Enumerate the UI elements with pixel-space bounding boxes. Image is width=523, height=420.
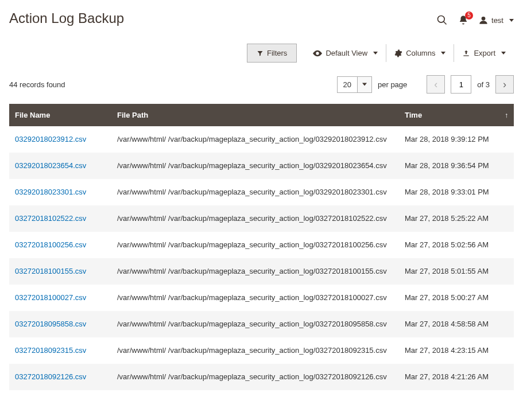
time-cell: Mar 28, 2018 9:33:01 PM	[399, 179, 514, 205]
export-label: Export	[474, 49, 495, 57]
table-row: 03272018100155.csv/var/www/html/ /var/ba…	[9, 258, 514, 285]
file-path-cell: /var/www/html/ /var/backup/mageplaza_sec…	[111, 179, 399, 205]
file-path-cell: /var/www/html/ /var/backup/mageplaza_sec…	[111, 285, 399, 311]
table-row: 03272018100256.csv/var/www/html/ /var/ba…	[9, 232, 514, 258]
backup-table: File Name File Path Time ↑ 0329201802391…	[9, 104, 514, 390]
col-time[interactable]: Time ↑	[399, 104, 514, 126]
search-icon[interactable]	[436, 14, 448, 26]
table-row: 03272018100027.csv/var/www/html/ /var/ba…	[9, 285, 514, 311]
file-path-cell: /var/www/html/ /var/backup/mageplaza_sec…	[111, 364, 399, 390]
col-time-label: Time	[405, 111, 422, 119]
table-row: 03292018023654.csv/var/www/html/ /var/ba…	[9, 153, 514, 179]
per-page-select[interactable]: 20	[337, 76, 372, 93]
filter-icon	[257, 50, 264, 57]
svg-point-0	[438, 16, 445, 23]
time-cell: Mar 27, 2018 4:58:58 AM	[399, 311, 514, 337]
notifications-badge: 5	[465, 11, 473, 20]
file-name-link[interactable]: 03272018092126.csv	[15, 372, 86, 381]
next-page-button[interactable]: ›	[495, 75, 514, 94]
table-row: 03272018092315.csv/var/www/html/ /var/ba…	[9, 337, 514, 364]
table-row: 03272018095858.csv/var/www/html/ /var/ba…	[9, 311, 514, 337]
file-path-cell: /var/www/html/ /var/backup/mageplaza_sec…	[111, 337, 399, 364]
table-row: 03292018023301.csv/var/www/html/ /var/ba…	[9, 179, 514, 205]
file-name-link[interactable]: 03292018023301.csv	[15, 188, 86, 196]
file-name-link[interactable]: 03272018100256.csv	[15, 240, 86, 249]
file-path-cell: /var/www/html/ /var/backup/mageplaza_sec…	[111, 232, 399, 258]
file-path-cell: /var/www/html/ /var/backup/mageplaza_sec…	[111, 126, 399, 153]
per-page-dropdown-button[interactable]	[358, 76, 372, 93]
file-name-link[interactable]: 03292018023912.csv	[15, 135, 86, 143]
filters-button[interactable]: Filters	[247, 44, 297, 63]
chevron-left-icon: ‹	[434, 79, 437, 91]
notifications-button[interactable]: 5	[458, 15, 468, 25]
time-cell: Mar 27, 2018 5:02:56 AM	[399, 232, 514, 258]
default-view-button[interactable]: Default View	[305, 44, 386, 62]
svg-line-1	[444, 22, 447, 25]
table-row: 03272018092126.csv/var/www/html/ /var/ba…	[9, 364, 514, 390]
table-row: 03292018023912.csv/var/www/html/ /var/ba…	[9, 126, 514, 153]
time-cell: Mar 27, 2018 4:23:15 AM	[399, 337, 514, 364]
file-name-link[interactable]: 03272018092315.csv	[15, 346, 86, 355]
page-title: Action Log Backup	[9, 10, 124, 26]
filters-label: Filters	[267, 49, 287, 57]
total-pages-label: of 3	[477, 80, 490, 89]
records-found: 44 records found	[9, 80, 65, 89]
time-cell: Mar 28, 2018 9:36:54 PM	[399, 153, 514, 179]
chevron-down-icon	[362, 83, 367, 86]
username-label: test	[491, 16, 503, 25]
time-cell: Mar 27, 2018 4:21:26 AM	[399, 364, 514, 390]
file-name-link[interactable]: 03272018102522.csv	[15, 214, 86, 223]
eye-icon	[313, 50, 322, 57]
file-name-link[interactable]: 03292018023654.csv	[15, 161, 86, 170]
default-view-label: Default View	[326, 49, 367, 57]
col-file-name[interactable]: File Name	[9, 104, 111, 126]
file-path-cell: /var/www/html/ /var/backup/mageplaza_sec…	[111, 153, 399, 179]
per-page-value: 20	[337, 76, 358, 93]
table-row: 03272018102522.csv/var/www/html/ /var/ba…	[9, 205, 514, 232]
user-icon	[479, 15, 488, 25]
gear-icon	[394, 49, 402, 57]
file-path-cell: /var/www/html/ /var/backup/mageplaza_sec…	[111, 311, 399, 337]
file-name-link[interactable]: 03272018100027.csv	[15, 293, 86, 302]
columns-label: Columns	[406, 49, 435, 57]
time-cell: Mar 27, 2018 5:25:22 AM	[399, 205, 514, 232]
file-path-cell: /var/www/html/ /var/backup/mageplaza_sec…	[111, 258, 399, 285]
file-name-link[interactable]: 03272018100155.csv	[15, 267, 86, 275]
prev-page-button[interactable]: ‹	[427, 75, 445, 94]
sort-asc-icon: ↑	[505, 111, 508, 119]
export-icon	[462, 49, 470, 57]
svg-point-2	[482, 17, 486, 21]
time-cell: Mar 27, 2018 5:00:27 AM	[399, 285, 514, 311]
file-name-link[interactable]: 03272018095858.csv	[15, 320, 86, 328]
time-cell: Mar 28, 2018 9:39:12 PM	[399, 126, 514, 153]
col-file-path[interactable]: File Path	[111, 104, 399, 126]
export-button[interactable]: Export	[454, 44, 514, 62]
current-page-input[interactable]	[451, 75, 471, 94]
file-path-cell: /var/www/html/ /var/backup/mageplaza_sec…	[111, 205, 399, 232]
user-menu[interactable]: test	[479, 15, 514, 25]
time-cell: Mar 27, 2018 5:01:55 AM	[399, 258, 514, 285]
columns-button[interactable]: Columns	[386, 44, 454, 62]
chevron-right-icon: ›	[503, 79, 506, 91]
per-page-label: per page	[378, 80, 407, 89]
